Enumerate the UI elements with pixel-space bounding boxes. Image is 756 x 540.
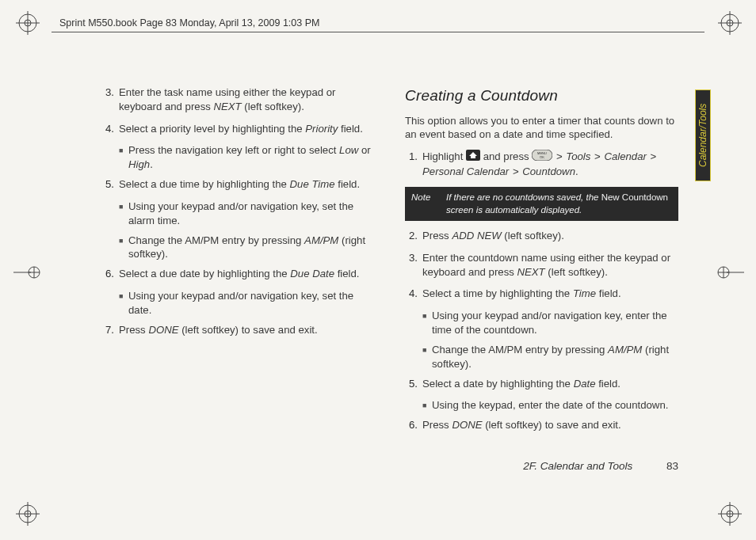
r-step-5: 5. Select a date by highlighting the Dat… <box>405 377 678 391</box>
step-6-sub-1: ■Using your keypad and/or navigation key… <box>119 289 375 318</box>
page-number: 83 <box>636 460 678 472</box>
home-key-icon <box>466 150 480 165</box>
step-5-sub-1: ■Using your keypad and/or navigation key… <box>119 200 375 228</box>
crop-mark-icon <box>16 11 40 35</box>
crop-mark-icon <box>16 502 40 526</box>
step-3: 3. Enter the task name using either the … <box>101 86 375 114</box>
note-label: Note <box>411 192 446 216</box>
r-step-4-sub-1: ■Using your keypad and/or navigation key… <box>422 309 678 337</box>
page-footer: 2F. Calendar and Tools 83 <box>101 460 678 472</box>
r-step-2: 2. Press ADD NEW (left softkey). <box>405 229 678 243</box>
doc-header: Sprint M550.book Page 83 Monday, April 1… <box>59 17 319 29</box>
r-step-4-sub-2: ■Change the AM/PM entry by pressing AM/P… <box>422 343 678 371</box>
r-step-6: 6. Press DONE (left softkey) to save and… <box>405 418 678 432</box>
r-step-5-sub-1: ■Using the keypad, enter the date of the… <box>422 398 678 413</box>
step-4: 4. Select a priority level by highlighti… <box>101 122 375 136</box>
r-step-4: 4. Select a time by highlighting the Tim… <box>405 287 678 301</box>
menu-ok-key-icon: MENUOK <box>532 150 552 165</box>
svg-text:OK: OK <box>540 155 544 159</box>
crop-mark-icon <box>718 11 742 35</box>
note-box: Note If there are no countdowns saved, t… <box>405 187 678 221</box>
step-5-sub-2: ■Change the AM/PM entry by pressing AM/P… <box>119 234 375 262</box>
step-4-sub-1: ■Press the navigation key left or right … <box>119 143 375 172</box>
r-step-3: 3. Enter the countdown name using either… <box>405 251 678 280</box>
step-5: 5. Select a due time by highlighting the… <box>101 177 375 192</box>
right-column: Creating a Countdown This option allows … <box>405 86 678 440</box>
left-column: 3. Enter the task name using either the … <box>101 86 375 440</box>
step-7: 7. Press DONE (left softkey) to save and… <box>101 323 375 337</box>
footer-section: 2F. Calendar and Tools <box>523 460 632 472</box>
section-tab: Calendar/Tools <box>695 89 711 181</box>
doc-header-rule <box>52 32 704 32</box>
crop-mark-icon <box>717 264 744 280</box>
step-6: 6. Select a due date by highlighting the… <box>101 267 375 281</box>
r-step-1: 1. Highlight and press MENUOK > Tools > … <box>405 150 678 179</box>
intro-text: This option allows you to enter a timer … <box>405 114 678 143</box>
heading-creating-countdown: Creating a Countdown <box>405 86 678 106</box>
crop-mark-icon <box>13 264 40 280</box>
crop-mark-icon <box>718 502 742 526</box>
